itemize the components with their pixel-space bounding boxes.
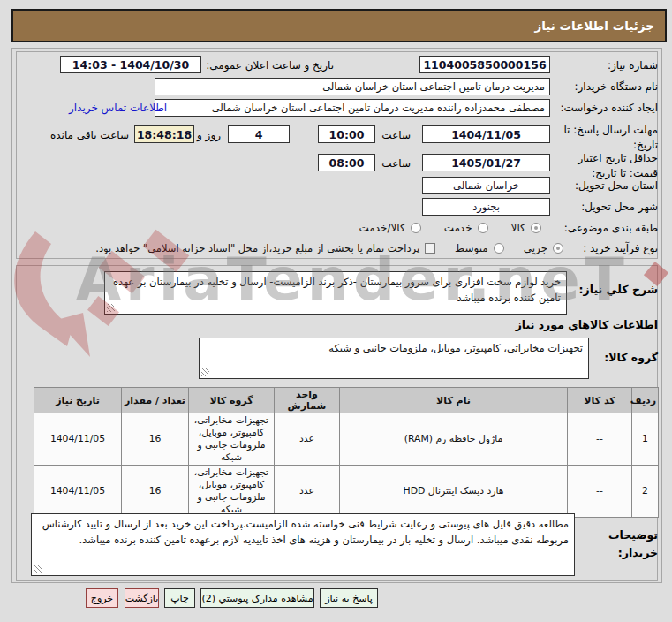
radio-medium[interactable]: [494, 243, 504, 254]
request-creator-field[interactable]: مصطفی محمدزاده راننده مدیریت درمان تامین…: [155, 99, 550, 117]
view-docs-button-label: مشاهده مدارک پیوستي (2): [201, 593, 313, 604]
resize-handle-icon[interactable]: [107, 304, 115, 312]
goods-table-cell: 1404/11/05: [34, 466, 122, 518]
goods-table-header-cell: کد کالا: [568, 388, 632, 413]
countdown-field: 18:48:18: [134, 125, 194, 143]
delivery-province-field[interactable]: خراسان شمالی: [422, 177, 550, 194]
goods-group-text: تجهیزات مخابراتی، کامپیوتر، موبایل، ملزو…: [328, 342, 583, 354]
price-validity-date: 1405/01/27: [451, 156, 521, 170]
buyer-org-field[interactable]: مدیریت درمان تامین اجتماعی استان خراسان …: [155, 78, 550, 95]
remaining-days-field[interactable]: 4: [228, 125, 290, 143]
reply-deadline-time-field[interactable]: 10:00: [318, 125, 375, 143]
goods-table-header-cell: گروه کالا: [189, 388, 275, 413]
treasury-checkbox[interactable]: [425, 243, 435, 254]
delivery-province-label: استان محل تحویل:: [575, 179, 658, 192]
treasury-payment-option[interactable]: پرداخت تمام یا بخشی از مبلغ خرید،از محل …: [95, 242, 435, 254]
price-validity-time-field[interactable]: 08:00: [318, 154, 375, 171]
goods-table-cell: تجهیزات مخابراتی، کامپیوتر، موبایل، ملزو…: [189, 466, 275, 518]
goods-table-header-cell: نام کالا: [340, 388, 568, 413]
goods-table-header-cell: تعداد / مقدار: [122, 388, 189, 413]
subject-class-label: طبقه بندی موضوعی:: [564, 222, 658, 234]
validity-hour-label: ساعت: [381, 157, 411, 170]
reply-deadline-time: 10:00: [329, 128, 365, 141]
goods-table-cell: 16: [122, 466, 189, 518]
subject-class-row: طبقه بندی موضوعی: کالا خدمت کالا/خدمت: [359, 222, 658, 234]
reply-deadline-date-field[interactable]: 1404/11/05: [422, 125, 550, 143]
goods-section-header: اطلاعات کالاهاي مورد نیاز: [516, 318, 658, 331]
request-creator-label: ایجاد کننده درخواست:: [560, 102, 658, 114]
days-and-label: روز و: [197, 129, 221, 141]
radio-minor[interactable]: [553, 243, 563, 254]
goods-table: ردیفکد کالانام کالاواحد شمارشگروه کالاتع…: [34, 387, 659, 518]
announce-datetime-label: تاریخ و ساعت اعلان عمومی:: [206, 59, 334, 72]
goods-table-header-cell: واحد شمارش: [275, 388, 340, 413]
announce-datetime-field[interactable]: 1404/10/30 - 14:03: [60, 56, 201, 73]
goods-table-cell: 16: [122, 413, 189, 466]
subject-class-option-goods[interactable]: کالا: [511, 222, 541, 234]
radio-goods-label: کالا: [511, 222, 525, 234]
process-type-option-medium[interactable]: متوسط: [455, 242, 504, 254]
announce-datetime-value: 1404/10/30 - 14:03: [72, 58, 189, 72]
page-title-bar: جزئیات اطلاعات نیاز: [11, 9, 667, 42]
buyer-notes-textarea[interactable]: مطالعه دقیق فایل های پیوستی و رعایت شرای…: [31, 513, 575, 576]
need-number-field[interactable]: 1104005850000156: [419, 56, 550, 73]
resize-handle-icon[interactable]: [34, 565, 42, 573]
need-details-page: جزئیات اطلاعات نیاز شماره نیاز: 11040058…: [0, 0, 672, 622]
buyer-notes-text: مطالعه دقیق فایل های پیوستی و رعایت شرای…: [42, 518, 569, 546]
price-validity-date-field[interactable]: 1405/01/27: [422, 154, 550, 171]
buyer-org-value: مدیریت درمان تامین اجتماعی استان خراسان …: [322, 80, 545, 93]
goods-table-cell: تجهیزات مخابراتی، کامپیوتر، موبایل، ملزو…: [189, 413, 275, 466]
goods-table-cell: هارد دیسک اینترنال HDD: [340, 466, 568, 518]
reply-hour-label: ساعت: [381, 129, 411, 141]
radio-goods[interactable]: [531, 223, 541, 233]
goods-table-cell: 1404/11/05: [34, 413, 122, 466]
request-creator-value: مصطفی محمدزاده راننده مدیریت درمان تامین…: [212, 102, 545, 114]
goods-table-cell: 2: [632, 466, 659, 518]
radio-goods-service[interactable]: [411, 223, 421, 233]
delivery-province-value: خراسان شمالی: [453, 179, 519, 192]
subject-class-option-goods-service[interactable]: کالا/خدمت: [359, 222, 420, 234]
goods-table-row: 1--ماژول حافظه رم (RAM)عددتجهیزات مخابرا…: [34, 413, 659, 466]
goods-group-label: گروه کالا:: [604, 351, 658, 364]
need-description-label: شرح کلي نیاز:: [579, 283, 658, 296]
radio-service[interactable]: [478, 223, 488, 233]
goods-table-header-row: ردیفکد کالانام کالاواحد شمارشگروه کالاتع…: [34, 388, 659, 413]
need-number-value: 1104005850000156: [423, 58, 546, 72]
radio-minor-label: جزیی: [524, 242, 547, 254]
reply-deadline-label: مهلت ارسال پاسخ: تا تاریخ:: [559, 123, 658, 153]
goods-table-cell: ماژول حافظه رم (RAM): [340, 413, 568, 466]
buyer-notes-label: توضیحات خریدار:: [582, 527, 658, 562]
need-description-textarea[interactable]: خرید لوازم سخت افزاری برای سرور بیمارستا…: [104, 271, 567, 315]
reply-deadline-date: 1404/11/05: [451, 128, 521, 141]
exit-button-label: خروج: [91, 593, 113, 604]
resize-handle-icon[interactable]: [201, 368, 209, 376]
delivery-city-field[interactable]: بجنورد: [422, 198, 550, 216]
need-description-text: خرید لوازم سخت افزاری برای سرور بیمارستا…: [113, 276, 561, 304]
back-button[interactable]: بازگشت: [125, 588, 159, 608]
radio-service-label: خدمت: [444, 222, 472, 234]
price-validity-label: حداقل تاریخ اعتبار قیمت: تا تاریخ:: [550, 151, 658, 181]
process-type-option-minor[interactable]: جزیی: [524, 242, 563, 254]
print-button-label: چاپ: [170, 593, 189, 604]
respond-to-need-button[interactable]: پاسخ به نیاز: [320, 588, 378, 608]
goods-group-textarea[interactable]: تجهیزات مخابراتی، کامپیوتر، موبایل، ملزو…: [199, 338, 589, 379]
radio-goods-service-label: کالا/خدمت: [359, 222, 404, 234]
price-validity-time: 08:00: [329, 156, 365, 170]
need-number-label: شماره نیاز:: [608, 59, 658, 72]
goods-table-cell: --: [568, 413, 632, 466]
countdown-value: 18:48:18: [137, 128, 192, 141]
radio-medium-label: متوسط: [455, 242, 488, 254]
buyer-org-label: نام دستگاه خریدار:: [575, 80, 659, 93]
process-type-row: نوع فرآیند خرید : جزیی متوسط پرداخت تمام…: [95, 242, 658, 254]
exit-button[interactable]: خروج: [86, 588, 118, 608]
respond-button-label: پاسخ به نیاز: [325, 593, 373, 604]
buyer-contact-link[interactable]: اطلاعات تماس خریدار: [69, 102, 167, 114]
view-attached-docs-button[interactable]: مشاهده مدارک پیوستي (2): [200, 588, 314, 608]
subject-class-option-service[interactable]: خدمت: [444, 222, 488, 234]
print-button[interactable]: چاپ: [164, 588, 195, 608]
goods-table-cell: 1: [632, 413, 659, 466]
remaining-days: 4: [255, 128, 263, 141]
goods-table-cell: عدد: [275, 466, 340, 518]
goods-table-header-cell: ردیف: [632, 388, 659, 413]
delivery-city-value: بجنورد: [472, 201, 500, 213]
